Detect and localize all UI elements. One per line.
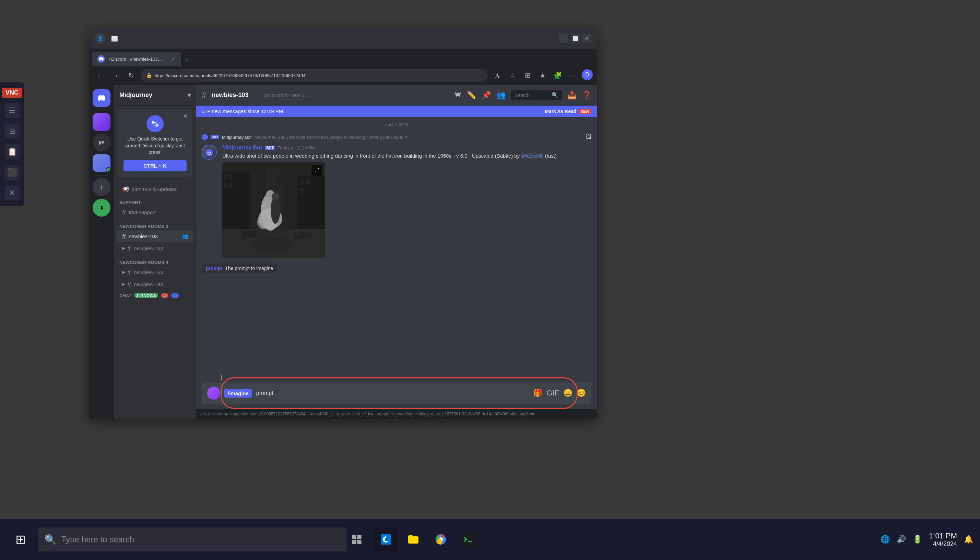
taskbar: ⊞ 🔍 Type here to search 🌐 🔊 🔋 1:01 PM 4/…: [0, 519, 980, 560]
chat-input-avatar: [207, 387, 220, 400]
channel-label-163: newbies-163: [134, 269, 163, 275]
bot-badge: BOT: [265, 146, 275, 150]
browser-minimize[interactable]: —: [559, 34, 568, 43]
chat-header: # newbies-103 | Bot room for new u... ✏️…: [196, 85, 597, 105]
vnc-icon-1[interactable]: ☰: [5, 103, 20, 118]
taskbar-app-edge[interactable]: [374, 527, 398, 552]
browser-tab-discord[interactable]: • Discord | #newbies-103 | Midj... ✕: [92, 52, 181, 66]
new-tab-button[interactable]: +: [181, 54, 193, 66]
hash-icon-163: #: [127, 268, 131, 276]
vnc-icon-5[interactable]: ✕: [5, 185, 20, 200]
browser-maximize[interactable]: ⬜: [571, 34, 580, 43]
help-icon[interactable]: ❓: [582, 91, 591, 100]
sticker-icon[interactable]: 😄: [563, 388, 572, 398]
browser-close[interactable]: ✕: [582, 34, 591, 43]
chat-input-field[interactable]: [256, 390, 529, 396]
taskview-button[interactable]: [346, 529, 367, 550]
bookmark-button[interactable]: ☆: [506, 69, 518, 82]
server-icon-ys[interactable]: ys: [93, 134, 110, 152]
wedding-image-placeholder: [222, 162, 325, 258]
server-icon-download[interactable]: ⬇: [93, 199, 110, 217]
server-icon-1[interactable]: [93, 113, 110, 131]
read-mode-button[interactable]: 𝐀: [491, 69, 503, 82]
refresh-button[interactable]: ↻: [125, 69, 137, 82]
quick-switcher-shortcut[interactable]: CTRL + K: [124, 160, 187, 172]
vnc-icon-4[interactable]: ⬛: [5, 165, 20, 180]
emoji-button[interactable]: 😊: [577, 388, 586, 398]
hash-icon-133: #: [127, 244, 131, 252]
channel-item-community-updates[interactable]: 📢 community-updates: [117, 184, 194, 194]
yellow-arrow-annotation: ↓: [219, 372, 224, 382]
preview-avatar: [202, 134, 208, 140]
browser-navbar: ← → ↻ 🔒 https://discord.com/channels/662…: [89, 66, 597, 85]
channel-item-trial-support[interactable]: # trial-support: [117, 206, 194, 218]
taskbar-app-explorer[interactable]: [401, 527, 425, 552]
hash-icon-193: #: [127, 280, 131, 288]
inbox-icon[interactable]: 📥: [567, 91, 577, 100]
menu-button[interactable]: ···: [567, 69, 579, 82]
edit-icon[interactable]: ✏️: [467, 91, 476, 100]
channel-item-newbies-193[interactable]: ▶ # newbies-193: [117, 278, 194, 290]
quick-switcher-close[interactable]: ✕: [183, 112, 188, 120]
search-box[interactable]: 🔍: [511, 90, 562, 100]
gift-icon[interactable]: 🎁: [533, 388, 542, 398]
search-icon: 🔍: [552, 92, 559, 98]
taskbar-date: 4/4/2024: [933, 540, 957, 548]
gif-icon[interactable]: GIF: [547, 388, 559, 398]
network-icon: 🌐: [881, 535, 890, 544]
favorites-button[interactable]: ★: [537, 69, 549, 82]
forward-button[interactable]: →: [109, 69, 121, 82]
channel-item-newbies-133[interactable]: ▶ # newbies-133: [117, 242, 194, 254]
server-name-header[interactable]: Midjourney ▾: [114, 85, 196, 105]
taskbar-apps: [374, 527, 480, 552]
channel-label-trial: trial-support: [129, 209, 156, 215]
slash-command-label: /imagine: [224, 389, 252, 398]
vnc-icon-3[interactable]: 📋: [5, 144, 20, 159]
expand-icon-193: ▶: [122, 282, 125, 287]
search-input[interactable]: [515, 93, 549, 98]
channel-item-newbies-163[interactable]: ▶ # newbies-163: [117, 266, 194, 278]
start-button[interactable]: ⊞: [7, 526, 34, 553]
taskbar-search-bar[interactable]: 🔍 Type here to search: [38, 527, 346, 552]
quick-switcher-text: Use Quick Switcher to get around Discord…: [124, 136, 187, 156]
address-bar[interactable]: 🔒 https://discord.com/channels/662267976…: [140, 69, 488, 82]
message-prompt-text: Ultra wide shot of two people in wedding…: [222, 153, 468, 159]
tab-title: • Discord | #newbies-103 | Midj...: [109, 57, 163, 62]
message-upscale-text: - Upscaled (Subtle) by: [469, 153, 520, 159]
discord-favicon: [97, 55, 105, 63]
server-add-button[interactable]: +: [93, 178, 110, 196]
taskbar-app-chrome[interactable]: [429, 527, 453, 552]
profile-button[interactable]: D: [582, 69, 593, 80]
tab-close-button[interactable]: ✕: [172, 56, 176, 62]
voice-user-badge: 👤: [171, 293, 179, 298]
server-icon-2[interactable]: [93, 154, 110, 172]
server-icon-discord[interactable]: [93, 89, 110, 107]
discord-app: ys + ⬇ Midjourney ▾ ✕: [89, 85, 597, 419]
back-button[interactable]: ←: [93, 69, 105, 82]
message-body-text: Ultra wide shot of two people in wedding…: [222, 152, 591, 159]
member-icon-103: 👥: [182, 233, 188, 239]
mark-as-read-button[interactable]: Mark As Read NEW: [545, 108, 591, 114]
expand-icon-133: ▶: [122, 246, 125, 250]
message-preview-row: BOT Midjourney Bot Midjourney Bot Ultra …: [202, 133, 591, 142]
message-speed-text: (fast): [545, 153, 557, 159]
chat-messages: April 4, 2024 BOT Midjourney Bot Midjour…: [196, 117, 597, 377]
extensions-button[interactable]: 🧩: [552, 69, 564, 82]
vnc-icon-2[interactable]: ⊞: [5, 124, 20, 139]
members-icon[interactable]: 👥: [496, 91, 506, 100]
split-screen-button[interactable]: ⊞: [522, 69, 534, 82]
server-dropdown-icon: ▾: [187, 92, 191, 99]
preview-expand-icon[interactable]: 🖼: [586, 134, 591, 140]
thread-icon[interactable]: [455, 91, 462, 100]
new-badge: NEW: [578, 108, 591, 114]
svg-point-0: [203, 136, 206, 138]
taskbar-app-terminal[interactable]: [456, 527, 480, 552]
channel-item-newbies-103[interactable]: # newbies-103 👥: [117, 230, 194, 242]
bot-message-content: Midjourney Bot BOT Today at 12:19 PM Ult…: [222, 145, 591, 258]
pin-icon[interactable]: 📌: [482, 91, 491, 100]
preview-author: Midjourney Bot: [222, 135, 252, 140]
chat-input-wrapper: ↓ /imagine 🎁 GIF 😄 😊: [202, 382, 591, 404]
svg-point-2: [210, 152, 211, 153]
status-text: cdn.discordapp.com/attachments/100857102…: [200, 412, 538, 417]
image-expand-button[interactable]: [311, 165, 323, 176]
